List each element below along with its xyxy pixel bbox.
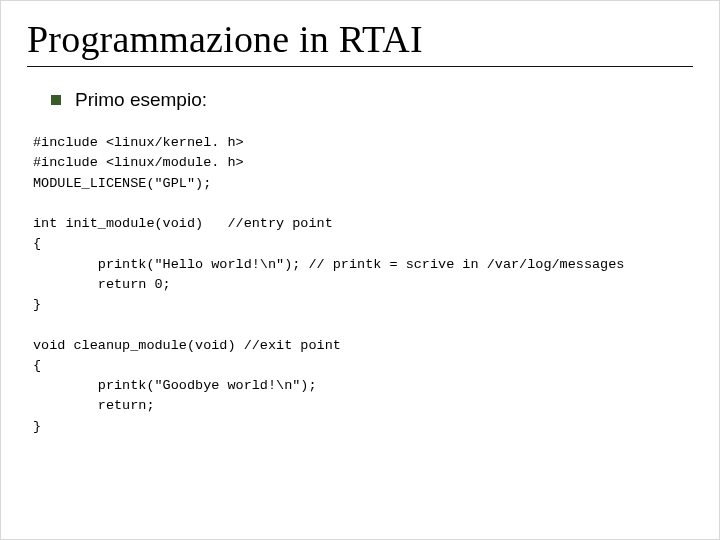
slide-title: Programmazione in RTAI bbox=[27, 19, 693, 60]
square-bullet-icon bbox=[51, 95, 61, 105]
bullet-item: Primo esempio: bbox=[51, 89, 693, 111]
code-block: #include <linux/kernel. h> #include <lin… bbox=[33, 133, 693, 437]
title-underline bbox=[27, 66, 693, 67]
slide: Programmazione in RTAI Primo esempio: #i… bbox=[0, 0, 720, 540]
bullet-label: Primo esempio: bbox=[75, 89, 207, 111]
